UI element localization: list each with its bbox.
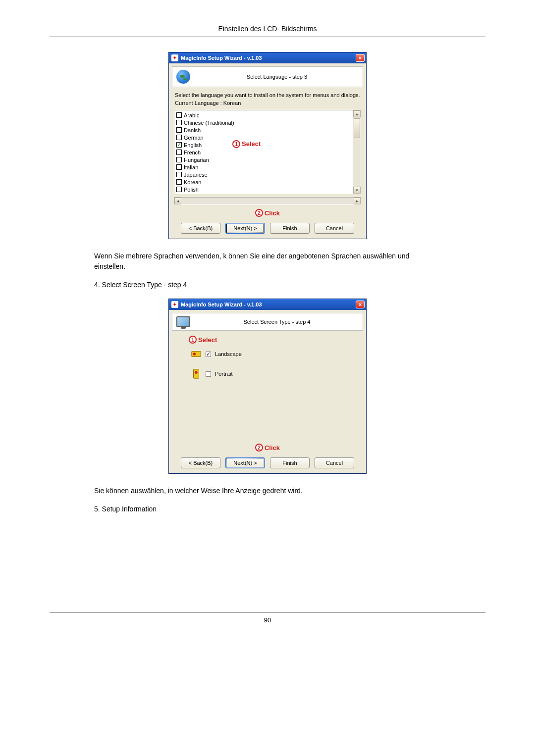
step-banner: Select Language - step 3	[172, 66, 363, 87]
list-item[interactable]: Polish	[176, 186, 351, 193]
callout-click: 2Click	[169, 208, 366, 220]
option-label: Landscape	[215, 351, 242, 357]
language-label: German	[184, 135, 204, 141]
checkbox-icon[interactable]	[176, 164, 182, 170]
checkbox-icon[interactable]	[206, 371, 211, 377]
step-title: Select Language - step 3	[195, 74, 359, 80]
callout-number-icon: 1	[232, 140, 240, 148]
app-icon: ✦	[171, 301, 178, 308]
language-label: Polish	[184, 187, 199, 193]
list-item[interactable]: French	[176, 149, 351, 156]
language-listbox[interactable]: Arabic Chinese (Traditional) Danish Germ…	[174, 110, 361, 194]
scroll-left-icon[interactable]: ◄	[174, 198, 181, 204]
cancel-button[interactable]: Cancel	[315, 223, 354, 234]
scroll-down-icon[interactable]: ▼	[353, 187, 361, 194]
app-icon: ✦	[171, 54, 178, 61]
wizard-dialog-step3: ✦ MagicInfo Setup Wizard - v.1.03 × Sele…	[168, 52, 367, 239]
scroll-thumb[interactable]	[354, 118, 360, 138]
titlebar: ✦ MagicInfo Setup Wizard - v.1.03 ×	[169, 52, 366, 63]
list-item[interactable]: Korean	[176, 178, 351, 186]
finish-button[interactable]: Finish	[270, 457, 310, 468]
wizard-dialog-step4: ✦ MagicInfo Setup Wizard - v.1.03 × Sele…	[168, 299, 367, 474]
callout-number-icon: 1	[189, 336, 197, 344]
step-title: Select Screen Type - step 4	[195, 319, 359, 325]
checkbox-icon[interactable]	[176, 150, 182, 155]
next-button[interactable]: Next(N) >	[225, 457, 265, 468]
step-heading: 4. Select Screen Type - step 4	[94, 281, 485, 289]
step-heading: 5. Setup Information	[94, 505, 485, 513]
option-portrait[interactable]: Portrait	[191, 364, 360, 384]
portrait-icon	[191, 368, 202, 379]
option-landscape[interactable]: ✓ Landscape	[191, 345, 360, 364]
body-paragraph: Wenn Sie mehrere Sprachen verwenden, k ö…	[94, 251, 441, 272]
monitor-icon	[176, 316, 190, 327]
callout-number-icon: 2	[255, 209, 263, 217]
checkbox-icon[interactable]	[176, 179, 182, 185]
language-label: Chinese (Traditional)	[184, 120, 234, 126]
checkbox-icon[interactable]	[176, 127, 182, 133]
current-language: Current Language : Korean	[169, 99, 366, 109]
window-title: MagicInfo Setup Wizard - v.1.03	[181, 55, 262, 61]
checkbox-icon[interactable]: ✓	[206, 352, 211, 357]
scroll-up-icon[interactable]: ▲	[353, 110, 361, 117]
page-header: Einstellen des LCD- Bildschirms	[50, 25, 485, 37]
language-label: Japanese	[184, 172, 208, 178]
scroll-right-icon[interactable]: ►	[354, 198, 361, 204]
svg-point-3	[195, 371, 198, 374]
vertical-scrollbar[interactable]: ▲ ▼	[353, 110, 361, 194]
language-label: Korean	[184, 179, 201, 185]
callout-select: 1Select	[189, 336, 217, 344]
window-title: MagicInfo Setup Wizard - v.1.03	[181, 302, 262, 307]
close-icon[interactable]: ×	[356, 301, 365, 308]
list-item[interactable]: English 1Select	[176, 141, 351, 149]
body-paragraph: Sie können auswählen, in welcher Weise I…	[94, 486, 441, 496]
language-label: English	[184, 142, 202, 148]
option-label: Portrait	[215, 371, 232, 377]
list-item[interactable]: German	[176, 134, 351, 141]
titlebar: ✦ MagicInfo Setup Wizard - v.1.03 ×	[169, 299, 366, 310]
list-item[interactable]: Chinese (Traditional)	[176, 119, 351, 126]
checkbox-icon[interactable]	[176, 172, 182, 177]
finish-button[interactable]: Finish	[270, 223, 310, 234]
horizontal-scrollbar[interactable]: ◄ ►	[174, 197, 361, 205]
callout-click: 2Click	[169, 443, 366, 454]
language-label: Italian	[184, 164, 198, 170]
checkbox-icon[interactable]	[176, 135, 182, 140]
back-button[interactable]: < Back(B)	[181, 223, 220, 234]
list-item[interactable]: Hungarian	[176, 156, 351, 163]
globe-icon	[176, 70, 190, 84]
svg-point-1	[193, 353, 196, 355]
page-number: 90	[50, 612, 485, 624]
checkbox-icon[interactable]	[176, 187, 182, 192]
language-label: Arabic	[184, 112, 199, 118]
cancel-button[interactable]: Cancel	[315, 457, 354, 468]
checkbox-icon[interactable]	[176, 120, 182, 125]
checkbox-icon[interactable]	[176, 142, 182, 148]
back-button[interactable]: < Back(B)	[181, 457, 220, 468]
next-button[interactable]: Next(N) >	[225, 223, 265, 234]
callout-number-icon: 2	[255, 444, 263, 452]
step-banner: Select Screen Type - step 4	[172, 313, 363, 331]
checkbox-icon[interactable]	[176, 157, 182, 162]
list-item[interactable]: Arabic	[176, 111, 351, 119]
list-item[interactable]: Italian	[176, 163, 351, 171]
list-item[interactable]: Japanese	[176, 171, 351, 178]
language-label: Danish	[184, 127, 201, 133]
language-label: French	[184, 150, 201, 155]
checkbox-icon[interactable]	[176, 112, 182, 118]
callout-select: 1Select	[232, 140, 261, 148]
close-icon[interactable]: ×	[356, 54, 365, 62]
step-description: Select the language you want to install …	[169, 90, 366, 99]
landscape-icon	[191, 349, 202, 359]
language-label: Hungarian	[184, 157, 209, 163]
list-item[interactable]: Danish	[176, 126, 351, 134]
